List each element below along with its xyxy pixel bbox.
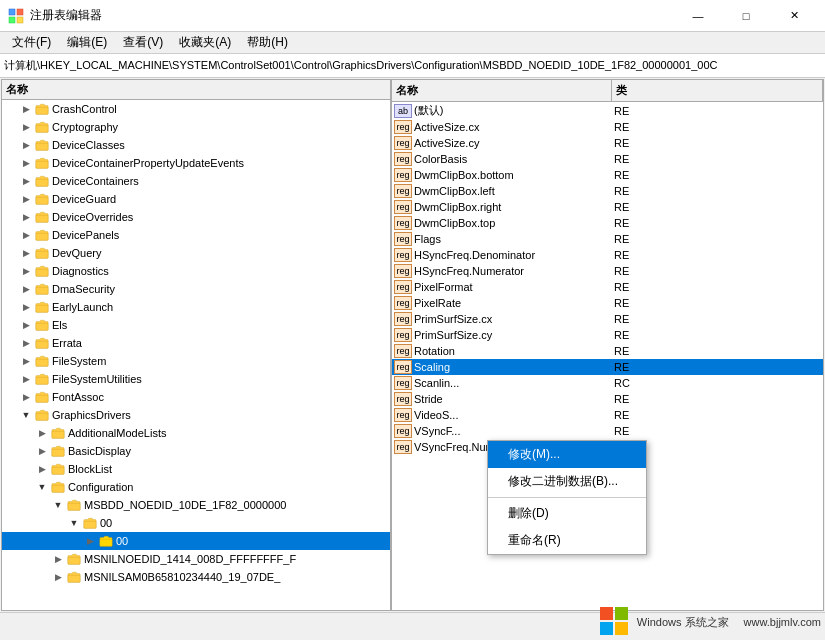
reg-item[interactable]: reg ActiveSize.cx RE [392,119,823,135]
reg-item[interactable]: ab (默认) RE [392,102,823,119]
tree-item[interactable]: ▶ DeviceClasses [2,136,390,154]
tree-item-label: DeviceContainerPropertyUpdateEvents [52,157,244,169]
reg-item[interactable]: reg DwmClipBox.bottom RE [392,167,823,183]
folder-icon [50,461,66,477]
reg-value-icon: reg [394,280,412,294]
tree-item[interactable]: ▶ BlockList [2,460,390,478]
reg-item-name: DwmClipBox.right [414,201,614,213]
tree-item[interactable]: ▶ Diagnostics [2,262,390,280]
tree-arrow: ▶ [34,425,50,441]
tree-item[interactable]: ▼ Configuration [2,478,390,496]
tree-item[interactable]: ▼ 00 [2,514,390,532]
tree-arrow: ▶ [18,227,34,243]
context-menu-item[interactable]: 重命名(R) [488,527,646,554]
reg-item[interactable]: reg HSyncFreq.Denominator RE [392,247,823,263]
tree-item[interactable]: ▶ CrashControl [2,100,390,118]
tree-item[interactable]: ▶ Els [2,316,390,334]
tree-item[interactable]: ▶ FontAssoc [2,388,390,406]
reg-item-name: PrimSurfSize.cy [414,329,614,341]
reg-item[interactable]: reg Stride RE [392,391,823,407]
tree-arrow: ▶ [34,461,50,477]
tree-item[interactable]: ▶ MSNILSAM0B65810234440_19_07DE_ [2,568,390,586]
menu-help[interactable]: 帮助(H) [239,32,296,53]
tree-item[interactable]: ▶ BasicDisplay [2,442,390,460]
watermark: Windows 系统之家 www.bjjmlv.com [599,606,821,638]
col-header-name: 名称 [392,80,612,101]
reg-item[interactable]: reg Scaling RE [392,359,823,375]
tree-item[interactable]: ▶ DevQuery [2,244,390,262]
reg-value-icon: reg [394,312,412,326]
tree-item-label: MSBDD_NOEDID_10DE_1F82_0000000 [84,499,286,511]
menu-view[interactable]: 查看(V) [115,32,171,53]
reg-item[interactable]: reg ColorBasis RE [392,151,823,167]
tree-item-label: DevicePanels [52,229,119,241]
menu-favorites[interactable]: 收藏夹(A) [171,32,239,53]
folder-icon [50,425,66,441]
reg-item-name: DwmClipBox.top [414,217,614,229]
tree-item[interactable]: ▶ DeviceGuard [2,190,390,208]
tree-arrow: ▶ [18,317,34,333]
reg-item-name: Stride [414,393,614,405]
reg-item[interactable]: reg PixelRate RE [392,295,823,311]
tree-item[interactable]: ▶ DeviceContainers [2,172,390,190]
reg-item-type: RE [614,217,629,229]
reg-item-type: RE [614,233,629,245]
reg-item[interactable]: reg ActiveSize.cy RE [392,135,823,151]
reg-item[interactable]: reg HSyncFreq.Numerator RE [392,263,823,279]
tree-item[interactable]: ▶ AdditionalModeLists [2,424,390,442]
svg-rect-1 [17,9,23,15]
address-text: 计算机\HKEY_LOCAL_MACHINE\SYSTEM\ControlSet… [4,58,717,73]
reg-item[interactable]: reg Rotation RE [392,343,823,359]
reg-item[interactable]: reg PrimSurfSize.cx RE [392,311,823,327]
tree-item[interactable]: ▶ MSNILNOEDID_1414_008D_FFFFFFFF_F [2,550,390,568]
minimize-button[interactable]: — [675,0,721,32]
reg-item[interactable]: reg DwmClipBox.top RE [392,215,823,231]
tree-pane: 名称 ▶ CrashControl ▶ Cryptography ▶ Devic… [2,80,392,610]
menu-file[interactable]: 文件(F) [4,32,59,53]
folder-icon [98,533,114,549]
tree-item[interactable]: ▶ DevicePanels [2,226,390,244]
menu-edit[interactable]: 编辑(E) [59,32,115,53]
tree-item[interactable]: ▶ FileSystemUtilities [2,370,390,388]
tree-item[interactable]: ▶ 00 [2,532,390,550]
maximize-button[interactable]: □ [723,0,769,32]
reg-item-name: ActiveSize.cy [414,137,614,149]
tree-scroll[interactable]: ▶ CrashControl ▶ Cryptography ▶ DeviceCl… [2,100,390,608]
reg-item[interactable]: reg VSyncF... RE [392,423,823,439]
tree-item[interactable]: ▶ Errata [2,334,390,352]
reg-value-icon: reg [394,440,412,454]
reg-value-icon: reg [394,296,412,310]
tree-item[interactable]: ▶ DeviceContainerPropertyUpdateEvents [2,154,390,172]
close-button[interactable]: ✕ [771,0,817,32]
folder-icon [34,227,50,243]
tree-item-label: AdditionalModeLists [68,427,166,439]
tree-item[interactable]: ▶ DmaSecurity [2,280,390,298]
tree-item[interactable]: ▼ GraphicsDrivers [2,406,390,424]
tree-arrow: ▶ [18,209,34,225]
context-menu-item[interactable]: 修改(M)... [488,441,646,468]
folder-icon [82,515,98,531]
context-menu-item[interactable]: 修改二进制数据(B)... [488,468,646,495]
reg-item[interactable]: reg PixelFormat RE [392,279,823,295]
reg-item[interactable]: reg DwmClipBox.left RE [392,183,823,199]
reg-item[interactable]: reg PrimSurfSize.cy RE [392,327,823,343]
tree-item-label: FontAssoc [52,391,104,403]
tree-item[interactable]: ▶ DeviceOverrides [2,208,390,226]
reg-item-name: PixelRate [414,297,614,309]
tree-item-label: Diagnostics [52,265,109,277]
menu-bar: 文件(F) 编辑(E) 查看(V) 收藏夹(A) 帮助(H) [0,32,825,54]
tree-item[interactable]: ▼ MSBDD_NOEDID_10DE_1F82_0000000 [2,496,390,514]
reg-item-type: RE [614,361,629,373]
reg-item[interactable]: reg Scanlin... RC [392,375,823,391]
reg-item[interactable]: reg Flags RE [392,231,823,247]
folder-icon [34,137,50,153]
reg-item-type: RE [614,137,629,149]
folder-icon [34,281,50,297]
tree-item[interactable]: ▶ Cryptography [2,118,390,136]
reg-item[interactable]: reg VideoS... RE [392,407,823,423]
tree-arrow: ▶ [18,101,34,117]
context-menu-item[interactable]: 删除(D) [488,500,646,527]
tree-item[interactable]: ▶ FileSystem [2,352,390,370]
tree-item[interactable]: ▶ EarlyLaunch [2,298,390,316]
reg-item[interactable]: reg DwmClipBox.right RE [392,199,823,215]
